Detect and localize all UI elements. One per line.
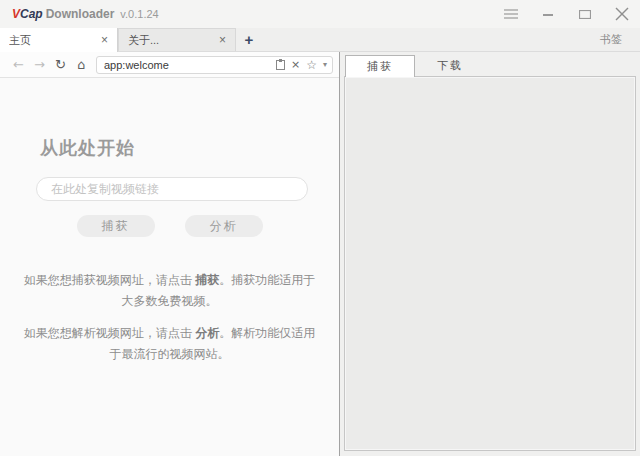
video-url-input[interactable] <box>36 177 308 201</box>
app-window: VCap Downloader v.0.1.24 主页 × 关于. <box>0 0 640 456</box>
tab-about-label: 关于... <box>128 33 217 48</box>
bookmarks-button[interactable]: 书签 <box>592 28 640 51</box>
minimize-icon[interactable] <box>540 6 556 22</box>
capture-help-text: 如果您想捕获视频网址，请点击 捕获。捕获功能适用于大多数免费视频。 <box>22 270 318 312</box>
forward-icon[interactable]: → <box>29 58 50 71</box>
maximize-icon[interactable] <box>577 6 593 22</box>
capture-help-part: 如果您想捕获视频网址，请点击 <box>24 273 195 287</box>
navigation-bar: ← → ↻ ⌂ app:welcome × ☆ ▾ <box>0 52 339 78</box>
tab-close-icon[interactable]: × <box>217 33 228 47</box>
tabbar-spacer <box>262 28 592 51</box>
clear-address-icon[interactable]: × <box>291 58 300 71</box>
capture-list-area <box>344 76 636 451</box>
paste-page-icon[interactable] <box>276 59 285 70</box>
reload-icon[interactable]: ↻ <box>50 58 71 71</box>
logo-v: V <box>12 7 20 21</box>
logo-text: Downloader <box>46 7 115 21</box>
address-bar[interactable]: app:welcome × ☆ ▾ <box>96 56 333 74</box>
capture-help-keyword: 捕获 <box>195 273 219 287</box>
menu-icon[interactable] <box>503 6 519 22</box>
analyze-help-part: 如果您想解析视频网址，请点击 <box>24 326 195 340</box>
side-panel: 捕获 下载 <box>339 52 640 456</box>
analyze-button[interactable]: 分析 <box>185 215 263 237</box>
tab-home[interactable]: 主页 × <box>0 28 118 52</box>
page-title: 从此处开始 <box>40 136 339 160</box>
action-buttons: 捕获 分析 <box>0 215 339 237</box>
app-version: v.0.1.24 <box>120 8 158 20</box>
tab-close-icon[interactable]: × <box>99 33 110 47</box>
welcome-page: 从此处开始 捕获 分析 如果您想捕获视频网址，请点击 捕获。捕获功能适用于大多数… <box>0 78 339 456</box>
new-tab-icon[interactable]: + <box>236 28 262 51</box>
capture-button[interactable]: 捕获 <box>77 215 155 237</box>
tab-bar: 主页 × 关于... × + 书签 <box>0 28 640 52</box>
window-controls <box>503 6 630 22</box>
analyze-help-keyword: 分析 <box>195 326 219 340</box>
panel-tab-download[interactable]: 下载 <box>415 55 485 76</box>
logo-cap: Cap <box>20 7 43 21</box>
close-icon[interactable] <box>614 6 630 22</box>
title-bar: VCap Downloader v.0.1.24 <box>0 0 640 28</box>
tab-about[interactable]: 关于... × <box>118 28 236 51</box>
bookmark-star-icon[interactable]: ☆ <box>306 58 317 72</box>
back-icon[interactable]: ← <box>8 58 29 71</box>
analyze-help-text: 如果您想解析视频网址，请点击 分析。解析功能仅适用于最流行的视频网站。 <box>22 323 318 365</box>
home-icon[interactable]: ⌂ <box>71 58 92 71</box>
address-dropdown-icon[interactable]: ▾ <box>323 60 327 69</box>
address-url[interactable]: app:welcome <box>104 59 270 71</box>
tab-home-label: 主页 <box>9 33 99 48</box>
panel-tab-bar: 捕获 下载 <box>340 52 640 76</box>
browser-pane: ← → ↻ ⌂ app:welcome × ☆ ▾ 从此处开始 <box>0 52 339 456</box>
panel-tab-capture[interactable]: 捕获 <box>345 55 415 77</box>
app-logo: VCap Downloader v.0.1.24 <box>12 7 159 21</box>
main-split: ← → ↻ ⌂ app:welcome × ☆ ▾ 从此处开始 <box>0 52 640 456</box>
